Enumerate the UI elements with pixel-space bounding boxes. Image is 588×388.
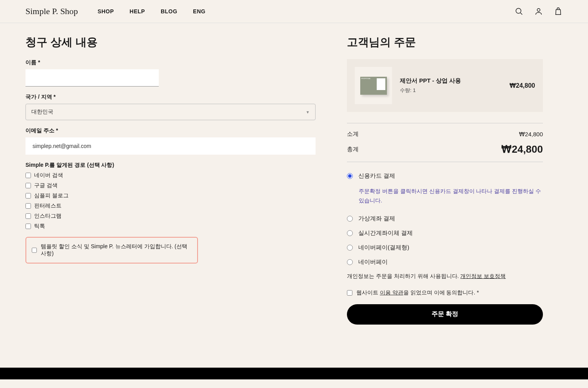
newsletter-label: 템플릿 할인 소식 및 Simple P. 뉴스레터에 가입합니다. (선택 사… <box>41 243 192 257</box>
payment-radio-card[interactable] <box>347 173 353 179</box>
payment-option-naverpay: 네이버페이 <box>347 258 543 266</box>
source-checkbox-tiktok[interactable] <box>25 224 31 229</box>
order-item: 제안서 PPT - 상업 사용 수량: 1 ₩24,800 <box>347 59 543 112</box>
payment-option-virtual: 가상계좌 결제 <box>347 215 543 222</box>
source-checkbox-instagram[interactable] <box>25 213 31 219</box>
payment-option-label: 실시간계좌이체 결제 <box>358 229 413 237</box>
product-thumbnail <box>355 67 392 104</box>
nav-help[interactable]: HELP <box>130 8 145 14</box>
nav-shop[interactable]: SHOP <box>98 8 114 14</box>
total-row: 총계 ₩24,800 <box>347 143 543 155</box>
country-label: 국가 / 지역 * <box>25 94 316 101</box>
name-label: 이름 * <box>25 59 316 66</box>
source-option-pinterest: 핀터레스트 <box>25 202 316 209</box>
order-item-qty: 수량: 1 <box>400 87 510 94</box>
payment-radio-virtual[interactable] <box>347 216 353 222</box>
payment-option-label: 네이버페이(결제형) <box>358 244 409 251</box>
payment-option-label: 네이버페이 <box>358 258 388 266</box>
subtotal-value: ₩24,800 <box>519 131 543 138</box>
subtotal-label: 소계 <box>347 130 359 138</box>
source-option-label: 인스타그램 <box>34 213 62 220</box>
source-option-label: 틱톡 <box>34 223 45 230</box>
privacy-note: 개인정보는 주문을 처리하기 위해 사용됩니다. 개인정보 보호정책 <box>347 273 543 280</box>
email-label: 이메일 주소 * <box>25 127 316 134</box>
source-checkbox-naver[interactable] <box>25 173 31 178</box>
thumbnail-graphic <box>360 77 387 95</box>
order-item-info: 제안서 PPT - 상업 사용 수량: 1 <box>400 77 510 94</box>
payment-radio-naverpay-checkout[interactable] <box>347 245 353 251</box>
source-option-label: 심플피 블로그 <box>34 192 69 199</box>
billing-section: 청구 상세 내용 이름 * 국가 / 지역 * 대한민국 ▼ 이메일 주소 * … <box>25 35 316 325</box>
terms-checkbox[interactable] <box>347 290 352 296</box>
billing-title: 청구 상세 내용 <box>25 35 316 50</box>
terms-label: 웹사이트 이용 약관을 읽었으며 이에 동의합니다. * <box>356 289 479 296</box>
source-checkbox-blog[interactable] <box>25 193 31 199</box>
total-value: ₩24,800 <box>501 143 543 155</box>
source-options: 네이버 검색 구글 검색 심플피 블로그 핀터레스트 인스타그램 <box>25 172 316 230</box>
footer-bar <box>0 368 588 379</box>
source-checkbox-google[interactable] <box>25 183 31 188</box>
search-button[interactable] <box>515 7 523 16</box>
bag-icon <box>554 7 563 16</box>
source-field: Simple P.를 알게된 경로 (선택 사항) 네이버 검색 구글 검색 심… <box>25 162 316 230</box>
payment-methods: 신용카드 결제 주문확정 버튼을 클릭하시면 신용카드 결제창이 나타나 결제를… <box>347 172 543 266</box>
source-checkbox-pinterest[interactable] <box>25 203 31 209</box>
total-label: 총계 <box>347 146 359 153</box>
order-totals: 소계 ₩24,800 총계 ₩24,800 <box>347 123 543 155</box>
payment-radio-naverpay[interactable] <box>347 259 353 265</box>
payment-option-naverpay-checkout: 네이버페이(결제형) <box>347 244 543 251</box>
country-field: 국가 / 지역 * 대한민국 ▼ <box>25 94 316 120</box>
privacy-text: 개인정보는 주문을 처리하기 위해 사용됩니다. <box>347 273 460 279</box>
nav-eng[interactable]: ENG <box>193 8 205 14</box>
name-field: 이름 * <box>25 59 316 87</box>
svg-line-1 <box>521 13 523 15</box>
site-header: Simple P. Shop SHOP HELP BLOG ENG <box>0 0 588 23</box>
nav-blog[interactable]: BLOG <box>161 8 177 14</box>
chevron-down-icon: ▼ <box>306 110 310 114</box>
terms-link[interactable]: 이용 약관 <box>380 289 403 296</box>
confirm-order-button[interactable]: 주문 확정 <box>347 304 543 325</box>
source-option-label: 네이버 검색 <box>34 172 63 179</box>
account-button[interactable] <box>534 7 543 16</box>
user-icon <box>534 7 543 16</box>
terms-row: 웹사이트 이용 약관을 읽었으며 이에 동의합니다. * <box>347 289 543 296</box>
name-input[interactable] <box>25 69 159 87</box>
payment-option-card: 신용카드 결제 <box>347 172 543 180</box>
main-content: 청구 상세 내용 이름 * 국가 / 지역 * 대한민국 ▼ 이메일 주소 * … <box>0 23 588 348</box>
payment-option-label: 신용카드 결제 <box>358 172 395 180</box>
header-left: Simple P. Shop SHOP HELP BLOG ENG <box>25 6 205 16</box>
order-section: 고객님의 주문 제안서 PPT - 상업 사용 수량: 1 ₩24,800 소계… <box>347 35 543 325</box>
svg-point-2 <box>537 9 540 11</box>
email-field: 이메일 주소 * <box>25 127 316 155</box>
privacy-link[interactable]: 개인정보 보호정책 <box>460 273 506 279</box>
email-input[interactable] <box>25 137 316 155</box>
svg-point-0 <box>516 8 521 13</box>
header-right <box>515 7 563 16</box>
country-select[interactable]: 대한민국 ▼ <box>25 104 316 120</box>
payment-radio-transfer[interactable] <box>347 230 353 236</box>
logo[interactable]: Simple P. Shop <box>25 6 78 16</box>
source-option-google: 구글 검색 <box>25 182 316 189</box>
payment-option-label: 가상계좌 결제 <box>358 215 395 222</box>
source-option-label: 구글 검색 <box>34 182 58 189</box>
newsletter-checkbox[interactable] <box>32 247 37 253</box>
source-option-tiktok: 틱톡 <box>25 223 316 230</box>
subtotal-row: 소계 ₩24,800 <box>347 130 543 138</box>
source-label: Simple P.를 알게된 경로 (선택 사항) <box>25 162 316 169</box>
order-title: 고객님의 주문 <box>347 35 543 50</box>
search-icon <box>515 7 523 16</box>
source-option-blog: 심플피 블로그 <box>25 192 316 199</box>
source-option-label: 핀터레스트 <box>34 202 62 209</box>
source-option-naver: 네이버 검색 <box>25 172 316 179</box>
main-nav: SHOP HELP BLOG ENG <box>98 8 205 14</box>
payment-option-transfer: 실시간계좌이체 결제 <box>347 229 543 237</box>
cart-button[interactable] <box>554 7 563 16</box>
order-item-price: ₩24,800 <box>510 82 535 89</box>
newsletter-optin: 템플릿 할인 소식 및 Simple P. 뉴스레터에 가입합니다. (선택 사… <box>25 237 198 263</box>
order-item-name: 제안서 PPT - 상업 사용 <box>400 77 510 85</box>
divider <box>347 162 543 162</box>
source-option-instagram: 인스타그램 <box>25 213 316 220</box>
payment-selected-desc: 주문확정 버튼을 클릭하시면 신용카드 결제창이 나타나 결제를 진행하실 수 … <box>359 187 543 206</box>
country-value: 대한민국 <box>31 108 53 115</box>
